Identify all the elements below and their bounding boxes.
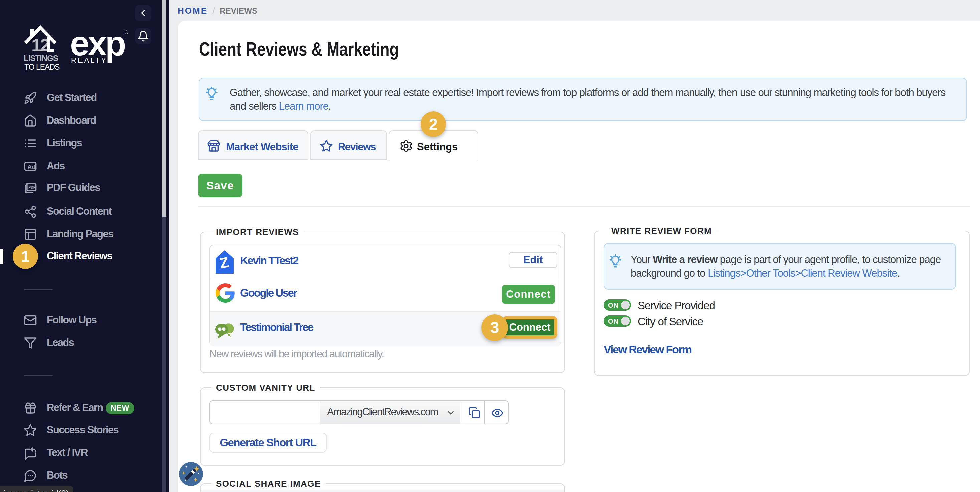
svg-text:REALTY: REALTY <box>71 56 107 64</box>
svg-text:TO LEADS: TO LEADS <box>24 63 60 71</box>
svg-text:LISTINGS: LISTINGS <box>24 54 59 63</box>
svg-text:®: ® <box>124 29 128 35</box>
svg-text:Ad: Ad <box>28 163 35 170</box>
svg-text:PDF: PDF <box>29 186 35 189</box>
svg-text:12: 12 <box>32 35 49 55</box>
